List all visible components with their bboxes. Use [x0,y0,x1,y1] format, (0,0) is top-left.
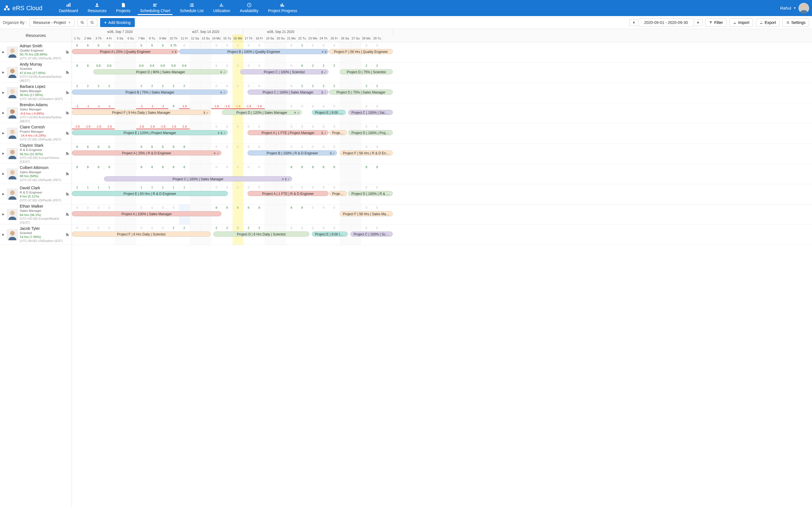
booking-bar[interactable]: Project E | 9:00 to 17:00 D... [312,110,346,115]
nav-availability[interactable]: Availability [238,1,261,15]
rss-icon[interactable] [65,91,69,95]
expand-icon[interactable]: ▶ [2,233,5,236]
expand-icon[interactable]: ▶ [2,152,5,155]
booking-bar[interactable]: Project A | 1 FTE | Project Manager$ ✓ [248,130,328,135]
rss-icon[interactable] [65,70,69,74]
booking-bar[interactable]: Project B | 75% | Sales Manager✈ ✓ [72,90,228,95]
booking-bar[interactable]: Project F | ... [329,191,347,196]
timeline-row[interactable]: 66666666.750000000200000Project A | 25% … [72,42,812,62]
rss-icon[interactable] [65,172,69,176]
timeline-row[interactable]: 880.80.80.80.80.80.80.8000000822222Proje… [72,62,812,83]
booking-bar[interactable]: Project E | 9:00 to 17:00 Da... [312,231,348,237]
logo[interactable]: eRS Cloud [3,4,42,12]
booking-bar[interactable]: Project C | 100% | Scientist$ ✓ [240,69,328,74]
nav-scheduling-chart[interactable]: Scheduling Chart [138,1,172,15]
rss-icon[interactable] [65,111,69,115]
resource-row[interactable]: ▶ Claire Cornish Project Manager -14.4 h… [0,123,71,144]
booking-bar[interactable]: Project D | 100% | R & D Engi [348,191,393,196]
timeline-row[interactable]: -1.6-1.6-1.6-1.6-1.6-1.6-1.6-1.6-1.60000… [72,123,812,144]
booking-bar[interactable]: Project E | 63 Hrs | R & D Engineer [72,191,228,196]
resource-row[interactable]: ▶ David Clark R & D Engineer 9 hrs (5.11… [0,184,71,204]
rss-icon[interactable] [65,131,69,135]
hour-cell: 0 [211,83,222,89]
expand-icon[interactable]: ▶ [2,91,5,94]
day-header: 1 Tu [72,35,83,42]
resource-row[interactable]: ▶ Andy Murray Scientist 47.6 hrs (27.05%… [0,62,71,82]
user-area[interactable]: Rahul ▼ [780,3,809,13]
resource-row[interactable]: ▶ Colbert Atkinson Sales Manager 88 hrs … [0,164,71,184]
rss-icon[interactable] [65,212,69,216]
expand-icon[interactable]: ▶ [2,192,5,195]
booking-bar[interactable]: Project D | 120% | Sales Manager✈ ✓ [222,110,302,115]
booking-bar[interactable]: Project C | 100% | Sales Manage [348,110,393,115]
rss-icon[interactable] [65,50,69,54]
timeline-body[interactable]: 66666666.750000000200000Project A | 25% … [72,42,812,245]
booking-bar[interactable]: Project B | 100% | R & D Engineer$ ✓ [248,151,337,156]
booking-bar[interactable]: Project F | 9 Hrs Daily | Sales Manager$… [72,110,211,115]
booking-bar[interactable]: Project F | 8 Hrs Daily | Scientist [72,231,211,237]
booking-bar[interactable]: Project D | 75% | Sales Manager [329,90,393,95]
zoom-in-button[interactable] [77,18,87,26]
booking-bar[interactable]: Project A | 100% | Sales Manager [72,211,221,216]
timeline-row[interactable]: 666666688000000000000Project A | 25% | R… [72,144,812,164]
booking-bar[interactable]: Project F | ... [329,130,347,135]
next-button[interactable] [694,19,703,26]
timeline-row[interactable]: 00000000888888800000Project A | 100% | S… [72,205,812,225]
booking-bar[interactable]: Project D | 100% | Project Ma [348,130,393,135]
organize-label: Organize By : [3,20,27,25]
rss-icon[interactable] [65,192,69,196]
expand-icon[interactable]: ▶ [2,172,5,175]
hour-cell: -1.6 [158,123,168,129]
organize-select[interactable]: Resource - Project ▼ [30,18,74,27]
resource-row[interactable]: ▶ Ethan Walker Sales Manager 64 hrs (38.… [0,204,71,224]
rss-icon[interactable] [65,152,69,156]
timeline-row[interactable]: -1-1-1-1-1-1-18-1.6-1.6-1.6-1.6-1.6-1.60… [72,103,812,123]
resource-row[interactable]: ▶ Jacob Tyler Scientist 14 hrs (7.95%) (… [0,224,71,245]
timeline-row[interactable]: 111111111000000000000Project E | 63 Hrs … [72,184,812,205]
booking-bar[interactable]: Project B | 100% | Quality Engineer✈ $ [179,49,328,54]
timeline-row[interactable]: 888888888000008888888Project C | 100% | … [72,164,812,184]
resource-row[interactable]: ▶ Barbara Lopez Sales Manager 30 hrs (17… [0,82,71,103]
booking-bar[interactable]: Project F | 56 Hrs | R & D Enginee [340,151,393,156]
booking-bar[interactable]: Project A | 25% | Quality Engineer✈ $ [72,49,179,54]
expand-icon[interactable]: ▶ [2,213,5,216]
prev-button[interactable] [629,19,638,26]
date-range[interactable]: 2020-09-01 - 2020-09-30 [638,18,694,27]
settings-button[interactable]: Settings [782,18,809,27]
avatar[interactable] [799,3,809,13]
resource-row[interactable]: ▶ Adrian Smith Quality Engineer 50.75 hr… [0,42,71,62]
booking-bar[interactable]: Project D | 75% | Scientist [340,69,393,74]
booking-bar[interactable]: Project E | 120% | Project Manager✈ $ ✓ [72,130,228,135]
expand-icon[interactable]: ▶ [2,50,5,54]
expand-icon[interactable]: ▶ [2,111,5,114]
resource-row[interactable]: ▶ Clayton Stark R & D Engineer 56 hrs (3… [0,144,71,164]
timeline-row[interactable]: 000000022222220000000Project F | 8 Hrs D… [72,225,812,245]
expand-icon[interactable]: ▶ [2,131,5,135]
booking-bar[interactable]: Project C | 100% | Sales Manager$ ✓ [248,90,328,95]
booking-bar[interactable]: Project C | 100% | Sales Manager✈ $ ✓ [104,176,292,181]
expand-icon[interactable]: ▶ [2,71,5,74]
nav-schedule-list[interactable]: Schedule List [177,1,206,15]
filter-button[interactable]: Filter [705,18,726,27]
hour-cell: -1 [93,103,104,109]
nav-projects[interactable]: Projects [114,1,133,15]
zoom-out-button[interactable] [87,18,97,26]
nav-resources[interactable]: Resources [86,1,109,15]
timeline-row[interactable]: 222222222000000222222Project B | 75% | S… [72,83,812,103]
nav-project-progress[interactable]: Project Progress [266,1,299,15]
booking-bar[interactable]: Project C | 100% | Scientist [350,231,393,237]
timeline[interactable]: w36, Sep 7 2020w37, Sep 14 2020w38, Sep … [72,29,812,507]
add-booking-button[interactable]: + Add Booking [100,18,135,27]
rss-icon[interactable] [65,233,69,237]
nav-utilization[interactable]: Utilization [211,1,233,15]
booking-bar[interactable]: Project D | 90% | Sales Manager✈ ✓ [93,69,228,74]
booking-bar[interactable]: Project F | 56 Hrs | Sales Manage [340,211,393,216]
booking-bar[interactable]: Project A | 25% | R & D Engineer✈ ✓ [72,151,221,156]
export-button[interactable]: Export [756,18,779,27]
nav-dashboard[interactable]: Dashboard [56,1,80,15]
import-button[interactable]: Import [729,18,753,27]
booking-bar[interactable]: Project F | 56 Hrs | Quality Engineer [329,49,393,54]
booking-bar[interactable]: Project D | 6 Hrs Daily | Scientist [213,231,309,237]
resource-row[interactable]: ▶ Brendon Adams Sales Manager -8.6 hrs (… [0,103,71,123]
booking-bar[interactable]: Project A | 1 FTE | R & D Engineer [248,191,328,196]
